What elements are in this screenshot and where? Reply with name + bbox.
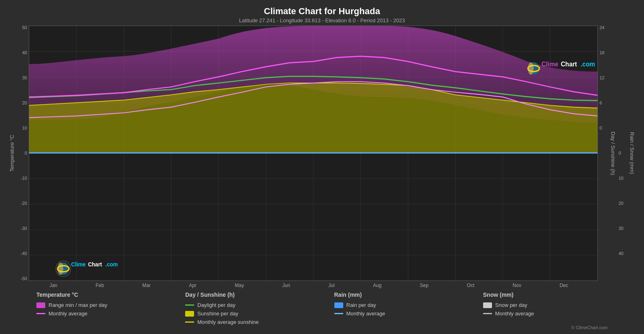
legend-snow-title: Snow (mm): [483, 291, 632, 298]
legend-snow-swatch-item: Snow per day: [483, 302, 632, 308]
x-tick-jul: Jul: [328, 283, 334, 288]
legend-temp-range-swatch: [36, 302, 45, 308]
legend-daylight-line: [185, 304, 194, 306]
legend-daylight: Daylight per day: [185, 302, 334, 308]
chart-area: Clime Chart .com Clime Chart .com: [29, 26, 598, 281]
x-axis-row: Jan Feb Mar Apr May Jun Jul Aug Sep Oct …: [8, 281, 636, 288]
legend-snow-avg-label: Monthly average: [495, 311, 534, 317]
legend-sunshine: Day / Sunshine (h) Daylight per day Suns…: [185, 291, 334, 325]
x-tick-may: May: [235, 283, 244, 288]
x-tick-jun: Jun: [282, 283, 290, 288]
chart-svg: Clime Chart .com Clime Chart .com: [29, 26, 598, 281]
legend-snow-avg: Monthly average: [483, 311, 632, 317]
legend-snow-swatch: [483, 302, 492, 308]
x-tick-aug: Aug: [373, 283, 381, 288]
svg-text:Chart: Chart: [88, 262, 102, 268]
x-axis-left-spacer: [8, 281, 30, 288]
x-tick-jan: Jan: [49, 283, 57, 288]
watermark-bottom: © ClimeChart.com: [8, 325, 636, 330]
legend-temp-range: Range min / max per day: [36, 302, 185, 308]
svg-point-30: [57, 263, 63, 275]
legend-sunshine-swatch: [185, 311, 194, 317]
legend-temp-avg: Monthly average: [36, 311, 185, 317]
svg-text:Chart: Chart: [561, 60, 577, 68]
y-axis-right-bottom-ticks: 0 0 0 0 0 0 10 20 30 40 0: [617, 26, 628, 281]
y-axis-right-bottom-label: Rain / Snow (mm): [628, 26, 636, 281]
y-axis-left-ticks: 50 40 30 20 10 0 -10 -20 -30 -40 -50: [16, 26, 29, 281]
legend-rain-avg-label: Monthly average: [346, 311, 385, 317]
x-axis-ticks: Jan Feb Mar Apr May Jun Jul Aug Sep Oct …: [30, 281, 587, 288]
svg-point-36: [528, 62, 534, 74]
legend-rain-avg: Monthly average: [334, 311, 483, 317]
legend-sunshine-avg: Monthly average sunshine: [185, 319, 334, 325]
legend-temp-avg-line: [36, 313, 45, 314]
x-tick-dec: Dec: [560, 283, 568, 288]
legend-snow-avg-line: [483, 313, 492, 314]
legend-temp-range-label: Range min / max per day: [49, 302, 107, 308]
svg-text:.com: .com: [105, 262, 118, 268]
y-axis-left-label: Temperature °C: [8, 26, 16, 281]
x-tick-nov: Nov: [513, 283, 521, 288]
chart-subtitle: Latitude 27.241 - Longitude 33.813 - Ele…: [8, 17, 636, 23]
x-tick-apr: Apr: [189, 283, 196, 288]
x-tick-feb: Feb: [95, 283, 104, 288]
legend-snow-label: Snow per day: [495, 302, 528, 308]
svg-text:Clime: Clime: [71, 262, 86, 268]
y-axis-right: 24 18 12 6 0 0 0 0 0 0 0 Day / Sunshine …: [598, 26, 636, 281]
x-axis-right-spacer: [587, 281, 636, 288]
y-axis-right-top-label: Day / Sunshine (h): [609, 26, 617, 281]
legend-sunshine-swatch-item: Sunshine per day: [185, 311, 334, 317]
legend-sunshine-label: Sunshine per day: [197, 311, 238, 317]
legend-sunshine-avg-line: [185, 321, 194, 323]
svg-text:.com: .com: [581, 60, 595, 68]
legend-daylight-label: Daylight per day: [197, 302, 235, 308]
legend-rain-title: Rain (mm): [334, 291, 483, 298]
watermark-text: © ClimeChart.com: [571, 325, 608, 330]
legend-area: Temperature °C Range min / max per day M…: [8, 288, 636, 327]
chart-title: Climate Chart for Hurghada: [8, 6, 636, 17]
legend-temp-avg-label: Monthly average: [49, 311, 87, 317]
main-container: Climate Chart for Hurghada Latitude 27.2…: [0, 0, 644, 334]
legend-temperature-title: Temperature °C: [36, 291, 185, 298]
y-axis-right-top-ticks: 24 18 12 6 0 0 0 0 0 0 0: [598, 26, 609, 281]
legend-rain-swatch: [334, 302, 343, 308]
x-tick-mar: Mar: [142, 283, 151, 288]
chart-wrapper: Temperature °C 50 40 30 20 10 0 -10 -20 …: [8, 26, 636, 281]
legend-sunshine-title: Day / Sunshine (h): [185, 291, 334, 298]
x-tick-sep: Sep: [420, 283, 429, 288]
legend-temperature: Temperature °C Range min / max per day M…: [36, 291, 185, 325]
legend-snow: Snow (mm) Snow per day Monthly average: [483, 291, 632, 325]
legend-rain: Rain (mm) Rain per day Monthly average: [334, 291, 483, 325]
legend-rain-avg-line: [334, 313, 343, 314]
legend-rain-swatch-item: Rain per day: [334, 302, 483, 308]
svg-text:Clime: Clime: [541, 60, 558, 68]
legend-rain-label: Rain per day: [346, 302, 376, 308]
x-tick-oct: Oct: [467, 283, 475, 288]
legend-sunshine-avg-label: Monthly average sunshine: [197, 319, 259, 325]
